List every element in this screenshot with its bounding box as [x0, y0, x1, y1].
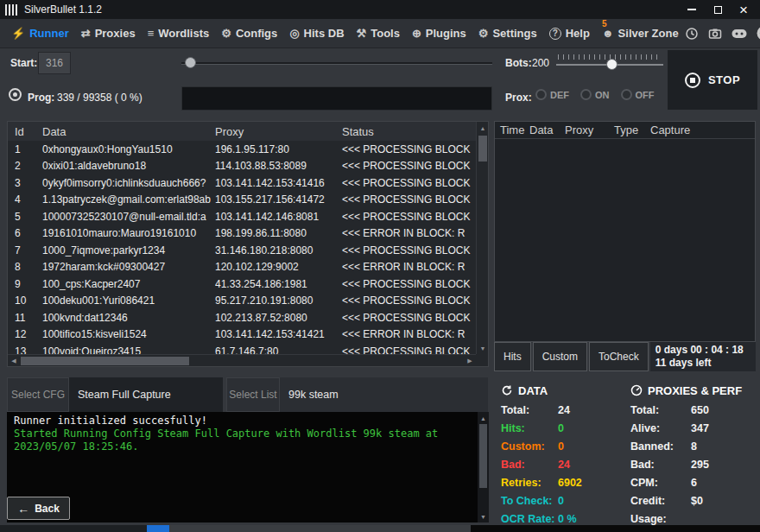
close-icon[interactable]: × — [731, 1, 757, 18]
cell-proxy: 102.213.87.52:8080 — [215, 312, 342, 324]
runtime-timer: 0 days 00 : 04 : 18 11 days left — [650, 342, 756, 371]
hits-tab[interactable]: ToCheck — [589, 342, 649, 371]
nav-item[interactable]: ≡ Wordlists — [142, 19, 216, 48]
nav-item[interactable]: ⚙ Configs — [215, 19, 283, 48]
stat-row: Hits: 0 — [501, 419, 626, 437]
start-slider-handle[interactable] — [185, 57, 196, 68]
nav-item-label: Hits DB — [304, 27, 345, 40]
grid-row[interactable]: 1 0xhongyaux0:HongYau1510 196.1.95.117:8… — [8, 141, 476, 158]
maximize-icon[interactable] — [705, 1, 731, 18]
grid-hscroll-thumb[interactable] — [21, 357, 189, 365]
grid-row[interactable]: 7 1000_7iqmove:parkyr1234 31.146.180.218… — [8, 242, 476, 259]
telegram-icon[interactable] — [757, 26, 760, 41]
log-scroll-thumb[interactable] — [479, 424, 487, 488]
taskbar-app-accent[interactable] — [147, 525, 169, 532]
grid-row[interactable]: 12 100tifico15:kisveli1524 103.141.142.1… — [8, 326, 476, 344]
grid-row[interactable]: 5 100007325230107@null-email.tld:a 103.1… — [8, 208, 476, 225]
cell-data: 100void:Queiroz3415 — [42, 345, 215, 354]
grid-horizontal-scrollbar[interactable]: ◀ ▶ — [8, 354, 476, 366]
stop-button-label: STOP — [708, 73, 740, 86]
proxies-stats-section: PROXIES & PERF Total: 650 Alive: 347 Ban… — [630, 380, 758, 528]
scroll-right-icon[interactable]: ▶ — [464, 355, 476, 367]
scroll-left-icon[interactable]: ◀ — [8, 355, 20, 367]
stat-value: 8 — [691, 440, 697, 453]
taskbar-strip — [0, 525, 760, 532]
grid-row[interactable]: 10 100deku001:Yuri086421 95.217.210.191:… — [8, 293, 476, 310]
window-controls: × — [679, 1, 760, 18]
hits-tab[interactable]: Hits — [494, 342, 531, 371]
cell-proxy: 31.146.180.218:8080 — [215, 244, 342, 256]
nav-item[interactable]: ⊕ Plugins — [406, 19, 472, 48]
grid-row[interactable]: 9 100_cps:Kacper2407 41.33.254.186:1981 … — [8, 276, 476, 293]
nav-item[interactable]: ◎ Hits DB — [283, 19, 350, 48]
stat-value: 6 — [691, 477, 697, 489]
column-header-id: Id — [8, 125, 42, 138]
stat-label: Bad: — [501, 459, 558, 471]
nav-item[interactable]: ⚡ Runner — [5, 19, 75, 48]
nav-item[interactable]: ⚒ Tools — [351, 19, 406, 48]
start-slider[interactable] — [181, 52, 492, 74]
progress-value: 339 / 99358 ( 0 %) — [57, 92, 142, 104]
cell-id: 10 — [8, 294, 42, 307]
screenshot-camera-icon[interactable] — [708, 27, 722, 41]
cell-id: 1 — [8, 143, 42, 155]
grid-row[interactable]: 8 1972haram:kck#09300427 120.102.129:900… — [8, 259, 476, 276]
data-stats-section: DATA Total: 24 Hits: 0 Custom: 0 — [501, 380, 626, 528]
hits-tab-label: Custom — [542, 351, 578, 363]
grid-row[interactable]: 13 100void:Queiroz3415 61.7.146.7:80 <<<… — [8, 343, 476, 354]
silverbullet-window: SilverBullet 1.1.2 × ⚡ Runner ⇄ Proxies — [0, 0, 760, 532]
grid-row[interactable]: 3 0ykyf0imsorry0:ichlinksduauch666? 103.… — [8, 174, 476, 192]
proxy-mode-option[interactable]: OFF — [621, 89, 655, 100]
bots-slider-handle[interactable] — [606, 59, 618, 70]
log-scroll-up-icon[interactable]: ▲ — [478, 412, 489, 424]
stat-label: Retries: — [501, 477, 558, 489]
hits-tab-label: Hits — [504, 351, 522, 363]
bots-slider[interactable] — [556, 52, 663, 74]
window-title: SilverBullet 1.1.2 — [24, 3, 102, 16]
stat-value: $0 — [691, 495, 703, 507]
grid-vertical-scrollbar[interactable]: ▲ ▼ — [476, 122, 488, 354]
gamepad-icon[interactable] — [732, 28, 747, 40]
data-stats-header: DATA — [501, 380, 626, 401]
grid-row[interactable]: 6 19161010mauro:Mauro19161010 198.199.86… — [8, 225, 476, 243]
proxy-mode-option[interactable]: DEF — [535, 89, 569, 100]
stat-label: Total: — [630, 404, 691, 416]
log-scrollbar[interactable]: ▲ ▼ — [478, 412, 489, 522]
cell-data: 1000_7iqmove:parkyr1234 — [42, 244, 215, 256]
nav-item-label: Silver Zone — [618, 27, 679, 40]
nav-item[interactable]: ? Help — [543, 19, 596, 48]
log-scroll-down-icon[interactable]: ▼ — [478, 510, 489, 522]
grid-row[interactable]: 4 1.13patryczek@gmail.com:erlat98ab 103.… — [8, 192, 476, 209]
nav-item[interactable]: ⚙ Settings — [472, 19, 543, 48]
config-name-field[interactable]: Steam Full Capture — [69, 377, 223, 412]
select-config-button[interactable]: Select CFG — [7, 377, 69, 412]
select-list-button[interactable]: Select List — [226, 377, 280, 412]
back-button[interactable]: ← Back — [7, 497, 70, 520]
nav-item[interactable]: ☻ Silver Zone 5 — [596, 19, 685, 48]
start-input[interactable] — [38, 52, 71, 74]
minimize-icon[interactable] — [679, 1, 705, 18]
wordlist-name-field[interactable]: 99k steam — [280, 377, 488, 412]
cell-data: 100tifico15:kisveli1524 — [42, 328, 215, 340]
hits-tab-label: ToCheck — [598, 351, 639, 363]
cell-id: 9 — [8, 278, 42, 290]
cell-status: <<< PROCESSING BLOCK — [342, 177, 476, 189]
history-icon[interactable] — [685, 27, 699, 41]
grid-vscroll-thumb[interactable] — [478, 136, 487, 162]
cell-data: 19161010mauro:Mauro19161010 — [42, 227, 215, 239]
cell-data: 100deku001:Yuri086421 — [42, 294, 215, 307]
hits-tab[interactable]: Custom — [533, 342, 587, 371]
scroll-up-icon[interactable]: ▲ — [477, 122, 489, 134]
stat-row: Custom: 0 — [501, 437, 626, 455]
grid-row[interactable]: 2 0xixi01:aldavebruno18 114.103.88.53:80… — [8, 158, 476, 175]
grid-row[interactable]: 11 100kvnd:dat12346 102.213.87.52:8080 <… — [8, 309, 476, 326]
stat-row: CPM: 6 — [630, 473, 758, 491]
scroll-down-icon[interactable]: ▼ — [477, 342, 489, 354]
proxy-mode-option[interactable]: ON — [580, 89, 610, 100]
cell-proxy: 41.33.254.186:1981 — [215, 278, 342, 290]
stop-button[interactable]: STOP — [668, 50, 757, 110]
hits-header: Time Data Proxy Type Capture — [495, 122, 755, 139]
cell-data: 1972haram:kck#09300427 — [42, 261, 215, 273]
grid-body: 1 0xhongyaux0:HongYau1510 196.1.95.117:8… — [8, 141, 476, 354]
nav-item[interactable]: ⇄ Proxies — [75, 19, 142, 48]
